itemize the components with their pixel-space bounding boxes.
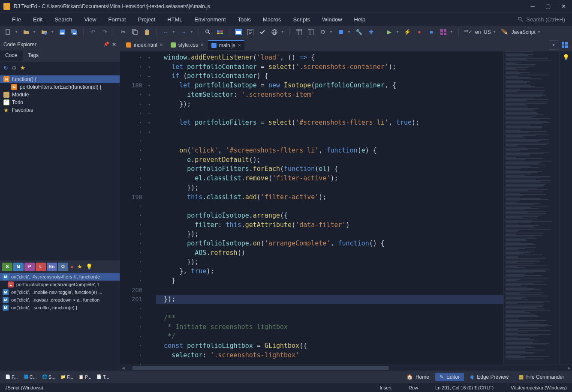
btab-file-commander[interactable]: ▦File Commander — [515, 373, 569, 381]
menu-environment[interactable]: Environment — [190, 15, 231, 24]
tab-list-icon[interactable]: ▾ — [549, 40, 558, 50]
menu-format[interactable]: Format — [103, 15, 131, 24]
gear-icon[interactable]: ⚙ — [12, 65, 17, 71]
browser-icon[interactable] — [234, 27, 243, 37]
globe-icon[interactable] — [270, 27, 279, 37]
filter-l[interactable]: L — [36, 263, 46, 271]
redo-icon[interactable]: ↷ — [100, 27, 109, 37]
grid-icon[interactable] — [439, 27, 448, 37]
close-tab-icon[interactable]: × — [201, 42, 204, 48]
filter-o[interactable]: O — [58, 263, 68, 271]
minimize-button[interactable]: ─ — [529, 3, 536, 10]
list-item[interactable]: Mon('click', '.mobile-nav-toggle', funct… — [0, 288, 120, 296]
menu-search[interactable]: Search — [49, 15, 77, 24]
horizontal-scrollbar[interactable]: ◀ ▶ — [120, 365, 572, 371]
filter-p[interactable]: P — [24, 263, 35, 271]
new-file-icon[interactable] — [3, 27, 13, 37]
list-item[interactable]: LportfolioIsotope.on('arrangeComplete', … — [0, 281, 120, 288]
run-icon[interactable]: ▶ — [385, 27, 394, 37]
pin-icon[interactable]: 📌 — [103, 42, 109, 48]
bulb-icon[interactable]: 💡 — [86, 263, 93, 270]
filter-en[interactable]: En — [47, 263, 57, 271]
spellcheck-icon[interactable]: ᴬᴮ✓ — [463, 27, 473, 37]
search-box[interactable]: Search (Ctrl+H) — [518, 16, 565, 23]
menu-project[interactable]: Project — [133, 15, 160, 24]
language-selector[interactable]: en_US — [475, 29, 491, 35]
svg-rect-8 — [73, 33, 76, 34]
filter-s[interactable]: S — [2, 263, 12, 271]
tree-item[interactable]: Module — [0, 91, 120, 99]
feather-icon[interactable]: 🪶 — [500, 27, 509, 37]
tab-code[interactable]: Code — [0, 51, 23, 61]
tree-item[interactable]: NportfolioFilters.forEach(function(el) { — [0, 83, 120, 91]
bottom-left-tab[interactable]: 📘C... — [21, 374, 39, 380]
tab-grid-icon[interactable] — [560, 40, 569, 50]
bottom-left-tab[interactable]: 📑T... — [95, 374, 111, 380]
btab-edge[interactable]: ◉Edge Preview — [466, 373, 513, 381]
omega-icon[interactable]: Ω — [318, 27, 328, 37]
menu-file[interactable]: File — [7, 15, 26, 24]
wrench-icon[interactable]: 🔧 — [354, 27, 364, 37]
save-icon[interactable] — [57, 27, 67, 37]
close-tab-icon[interactable]: × — [238, 42, 241, 48]
menu-scripts[interactable]: Scripts — [288, 15, 316, 24]
close-tab-icon[interactable]: × — [160, 42, 163, 48]
frame-icon[interactable] — [306, 27, 316, 37]
close-button[interactable]: ✕ — [560, 3, 567, 10]
close-panel-icon[interactable]: ✕ — [112, 42, 116, 48]
script-selector[interactable]: JavaScript — [512, 29, 536, 35]
menu-view[interactable]: View — [79, 15, 102, 24]
menu-macros[interactable]: Macros — [258, 15, 286, 24]
maximize-button[interactable]: ▢ — [545, 3, 551, 10]
menu-help[interactable]: Help — [349, 15, 371, 24]
toggle-panel-icon[interactable] — [215, 27, 225, 37]
warn-icon[interactable]: ● — [70, 263, 74, 270]
btab-home[interactable]: 🏠Home — [402, 373, 434, 381]
list-item[interactable]: Mon('click', '.scrollto', function(e) { — [0, 304, 120, 311]
menu-tools[interactable]: Tools — [233, 15, 256, 24]
back-icon[interactable]: ← — [161, 27, 170, 37]
copy-icon[interactable] — [130, 27, 140, 37]
file-tab[interactable]: index.html× — [123, 40, 166, 50]
tree-item[interactable]: ★Favorites — [0, 106, 120, 114]
list-item[interactable]: Mon('click', '#screenshots-flters li', f… — [0, 273, 120, 281]
cut-icon[interactable]: ✂ — [118, 27, 128, 37]
fold-gutter[interactable]: ▾▾–▾▾▾–▾▾ — [146, 51, 153, 365]
bottom-left-tab[interactable]: 📁F... — [59, 374, 75, 380]
plugin-icon[interactable]: ✚ — [366, 27, 376, 37]
refresh-icon[interactable]: ↻ — [3, 65, 8, 71]
paste-icon[interactable] — [142, 27, 152, 37]
record-icon[interactable]: ● — [415, 27, 424, 37]
code-editor[interactable]: window.addEventListener('load', () => { … — [153, 51, 503, 365]
menu-window[interactable]: Window — [317, 15, 347, 24]
btab-editor[interactable]: ✎Editor — [435, 373, 464, 381]
save-all-icon[interactable] — [69, 27, 79, 37]
tab-tags[interactable]: Tags — [23, 51, 44, 61]
table-icon[interactable] — [294, 27, 304, 37]
undo-icon[interactable]: ↶ — [88, 27, 97, 37]
anchor-icon[interactable] — [336, 27, 346, 37]
bottom-left-tab[interactable]: 📄F... — [3, 374, 20, 380]
menu-html[interactable]: HTML — [162, 15, 187, 24]
lightbulb-icon[interactable]: 💡 — [560, 54, 572, 60]
find-icon[interactable] — [203, 27, 213, 37]
validate-icon[interactable] — [258, 27, 267, 37]
open-recent-icon[interactable] — [39, 27, 49, 37]
bottom-left-tab[interactable]: 📋P... — [77, 374, 93, 380]
minimap[interactable] — [503, 51, 559, 365]
preview-icon[interactable] — [246, 27, 255, 37]
filter-m[interactable]: M — [13, 263, 24, 271]
menu-edit[interactable]: Edit — [28, 15, 48, 24]
open-folder-icon[interactable] — [21, 27, 31, 37]
bottom-left-tab[interactable]: 🌐S... — [40, 374, 57, 380]
file-tab[interactable]: main.js× — [208, 40, 244, 50]
file-tab[interactable]: style.css× — [167, 40, 207, 50]
list-item[interactable]: Mon('click', '.navbar .dropdown > a', fu… — [0, 296, 120, 304]
lightning-icon[interactable]: ⚡ — [403, 27, 412, 37]
tree-item[interactable]: Todo — [0, 99, 120, 106]
forward-icon[interactable]: → — [179, 27, 188, 37]
stop-icon[interactable]: ■ — [427, 27, 436, 37]
star-icon[interactable]: ★ — [20, 65, 25, 71]
star2-icon[interactable]: ★ — [77, 263, 82, 270]
tree-item[interactable]: Nfunction() { — [0, 75, 120, 83]
